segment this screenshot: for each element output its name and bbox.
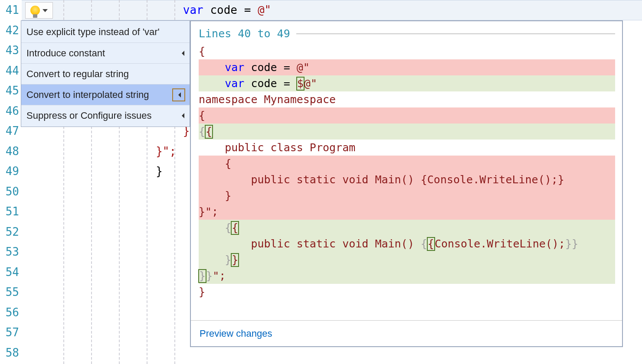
- lightbulb-icon: [30, 6, 40, 15]
- line-number: 42: [0, 20, 22, 41]
- diff-context: }: [199, 284, 615, 300]
- diff-added: }}: [199, 252, 615, 268]
- diff-removed: }";: [199, 204, 615, 220]
- line-number-gutter: 414243444546474849505152535455565758: [0, 0, 22, 364]
- diff-removed: }: [199, 188, 615, 204]
- line-number: 55: [0, 282, 22, 302]
- menu-item-label: Introduce constant: [26, 48, 105, 59]
- diff-removed: public static void Main() {Console.Write…: [199, 172, 615, 188]
- line-number: 46: [0, 101, 22, 121]
- preview-changes-link[interactable]: Preview changes: [200, 328, 272, 339]
- line-number: 49: [0, 161, 22, 182]
- quick-actions-menu: Use explicit type instead of 'var'Introd…: [21, 20, 190, 127]
- line-number: 44: [0, 61, 22, 81]
- menu-item-use-explicit-type-instead-of-var[interactable]: Use explicit type instead of 'var': [21, 22, 190, 42]
- diff-context: public class Program: [199, 140, 615, 156]
- line-number: 41: [0, 0, 22, 20]
- line-number: 52: [0, 222, 22, 242]
- line-number: 57: [0, 322, 22, 343]
- line-number: 51: [0, 202, 22, 222]
- chevron-right-icon: [180, 113, 184, 118]
- quick-actions-button[interactable]: [25, 2, 53, 19]
- line-number: 56: [0, 302, 22, 323]
- preview-panel: Lines 40 to 49 { var code = @" var code …: [190, 20, 623, 347]
- line-number: 50: [0, 182, 22, 202]
- chevron-right-icon: [180, 51, 184, 56]
- line-number: 47: [0, 121, 22, 141]
- menu-item-label: Convert to regular string: [26, 68, 129, 80]
- diff-removed: var code = @": [199, 59, 615, 75]
- diff-context: {: [199, 43, 615, 59]
- menu-item-convert-to-interpolated-string[interactable]: Convert to interpolated string: [21, 84, 190, 105]
- menu-item-label: Suppress or Configure issues: [26, 110, 152, 121]
- menu-item-label: Convert to interpolated string: [26, 89, 149, 101]
- diff-added: var code = $@": [199, 75, 615, 91]
- menu-item-introduce-constant[interactable]: Introduce constant: [21, 42, 190, 63]
- code-line-41[interactable]: var code = @": [22, 0, 642, 20]
- diff-removed: {: [199, 107, 615, 124]
- diff-added: {{: [199, 124, 615, 140]
- menu-item-suppress-or-configure-issues[interactable]: Suppress or Configure issues: [21, 105, 190, 126]
- line-number: 45: [0, 81, 22, 101]
- diff-removed: {: [199, 156, 615, 172]
- preview-header-label: Lines 40 to 49: [199, 26, 290, 42]
- menu-item-convert-to-regular-string[interactable]: Convert to regular string: [21, 63, 190, 84]
- diff-added: }}";: [199, 268, 615, 284]
- line-number: 53: [0, 242, 22, 262]
- line-number: 43: [0, 40, 22, 61]
- line-number: 54: [0, 262, 22, 283]
- chevron-right-icon: [172, 88, 185, 101]
- menu-item-label: Use explicit type instead of 'var': [26, 26, 160, 38]
- chevron-down-icon: [43, 9, 48, 12]
- diff-added: public static void Main() {{Console.Writ…: [199, 236, 615, 252]
- line-number: 58: [0, 343, 22, 363]
- preview-header: Lines 40 to 49: [199, 26, 615, 42]
- diff-added: {{: [199, 220, 615, 236]
- line-number: 48: [0, 141, 22, 162]
- diff-context: namespace Mynamespace: [199, 91, 615, 107]
